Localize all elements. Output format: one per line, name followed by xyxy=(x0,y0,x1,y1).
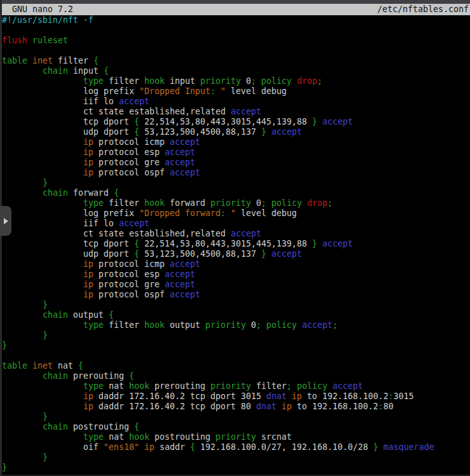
code-line: #!/usr/sbin/nft -f xyxy=(2,15,470,25)
side-panel-handle[interactable] xyxy=(0,206,11,236)
code-line: ip protocol ospf accept xyxy=(2,168,470,178)
code-line: } xyxy=(2,452,470,463)
code-line xyxy=(2,351,470,361)
code-line: ip protocol esp accept xyxy=(2,147,470,158)
code-line: log prefix "Dropped Input: " level debug xyxy=(2,86,470,97)
code-line: ct state established,related accept xyxy=(2,107,470,117)
code-line: type filter hook output priority 0; poli… xyxy=(2,320,470,330)
code-line: tcp dport { 22,514,53,80,443,3015,445,13… xyxy=(2,117,470,127)
code-line: } xyxy=(2,463,470,473)
code-line xyxy=(2,25,470,36)
code-line: ip protocol icmp accept xyxy=(2,137,470,147)
code-line: chain prerouting { xyxy=(2,371,470,381)
code-line: table inet nat { xyxy=(2,361,470,371)
code-line: iif lo accept xyxy=(2,97,470,107)
open-file-path: /etc/nftables.conf xyxy=(377,4,469,15)
code-line: type nat hook postrouting priority srcna… xyxy=(2,432,470,442)
code-line: type filter hook forward priority 0; pol… xyxy=(2,198,470,208)
code-line: log prefix "Dropped forward: " level deb… xyxy=(2,208,470,219)
code-line: ip protocol ospf accept xyxy=(2,290,470,300)
code-line: } xyxy=(2,412,470,422)
code-line: ip protocol icmp accept xyxy=(2,259,470,269)
code-line: } xyxy=(2,330,470,341)
code-line: ct state established,related accept xyxy=(2,229,470,239)
code-line: } xyxy=(2,341,470,351)
code-line: oif "ens18" ip saddr { 192.168.100.0/27,… xyxy=(2,442,470,452)
code-line: udp dport { 53,123,500,4500,88,137 } acc… xyxy=(2,249,470,259)
code-line: chain input { xyxy=(2,66,470,76)
code-line: type filter hook input priority 0; polic… xyxy=(2,76,470,86)
code-line: iif lo accept xyxy=(2,219,470,229)
code-line: ip daddr 172.16.40.2 tcp dport 80 dnat i… xyxy=(2,402,470,412)
code-line: chain postrouting { xyxy=(2,422,470,432)
nano-edit-buffer[interactable]: #!/usr/sbin/nft -fflush rulesettable ine… xyxy=(0,15,470,473)
nano-titlebar: GNU nano 7.2 /etc/nftables.conf xyxy=(0,4,470,15)
nano-version-label: GNU nano 7.2 xyxy=(2,4,73,15)
code-line: } xyxy=(2,300,470,310)
code-line: chain forward { xyxy=(2,188,470,198)
chevron-right-icon xyxy=(4,218,8,224)
code-line: chain output { xyxy=(2,310,470,320)
code-line: ip daddr 172.16.40.2 tcp dport 3015 dnat… xyxy=(2,391,470,402)
code-line xyxy=(2,46,470,56)
code-line: tcp dport { 22,514,53,80,443,3015,445,13… xyxy=(2,239,470,249)
code-line: ip protocol gre accept xyxy=(2,280,470,290)
code-line: } xyxy=(2,178,470,188)
code-line: ip protocol gre accept xyxy=(2,158,470,168)
code-line: table inet filter { xyxy=(2,56,470,66)
code-line: type nat hook prerouting priority filter… xyxy=(2,381,470,391)
code-line: flush ruleset xyxy=(2,36,470,46)
code-line: udp dport { 53,123,500,4500,88,137 } acc… xyxy=(2,127,470,137)
code-line: ip protocol esp accept xyxy=(2,269,470,280)
